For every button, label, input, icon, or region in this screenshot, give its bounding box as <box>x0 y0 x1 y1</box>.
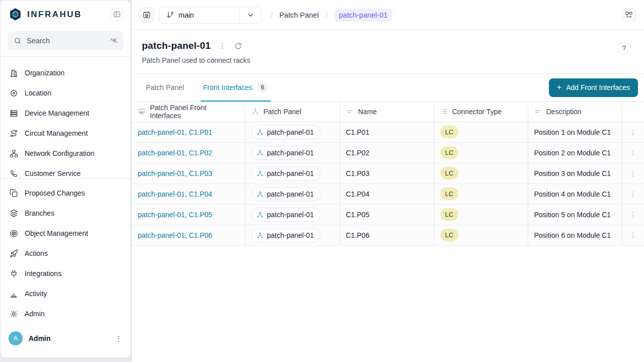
sidebar-item-network-configuration[interactable]: Network Configuration <box>5 143 126 163</box>
column-header-connector-type[interactable]: Connector Type <box>434 102 528 122</box>
row-actions-cell <box>622 122 644 142</box>
branch-selector[interactable]: main <box>159 7 262 24</box>
interface-link[interactable]: patch-panel-01, C1.P05 <box>138 211 212 219</box>
patch-panel-pill[interactable]: patch-panel-01 <box>252 187 320 201</box>
gear-icon <box>10 310 18 318</box>
sidebar-item-activity[interactable]: Activity <box>5 284 126 304</box>
sidebar-item-device-management[interactable]: Device Management <box>5 103 126 123</box>
relation-icon <box>257 211 264 218</box>
relation-icon <box>252 108 259 115</box>
sidebar-item-label: Device Management <box>25 109 89 117</box>
sidebar-item-location[interactable]: Location <box>5 83 126 103</box>
relation-icon <box>257 149 264 156</box>
column-header-description[interactable]: Description <box>528 102 622 122</box>
row-actions-button[interactable] <box>629 128 636 136</box>
connector-type-cell: LC <box>434 122 528 142</box>
row-actions-button[interactable] <box>629 231 636 239</box>
user-menu[interactable]: A Admin ⋮ <box>1 326 130 357</box>
search-input[interactable]: Search ^K <box>8 31 123 50</box>
row-actions-cell <box>622 225 644 245</box>
list-icon <box>440 108 448 115</box>
breadcrumb-separator: / <box>271 11 273 19</box>
patch-panel-pill-label: patch-panel-01 <box>267 149 314 157</box>
title-kebab-button[interactable]: ⋮ <box>219 42 226 49</box>
interface-link[interactable]: patch-panel-01, C1.P04 <box>138 190 212 198</box>
tab-front-interfaces[interactable]: Front Interfaces 6 <box>203 74 269 101</box>
sidebar-item-admin[interactable]: Admin <box>5 304 126 324</box>
branch-name: main <box>179 11 194 19</box>
column-header-patch-panel[interactable]: Patch Panel <box>245 102 340 122</box>
relation-icon <box>257 191 264 198</box>
refresh-button[interactable] <box>234 42 243 50</box>
sidebar-item-circuit-management[interactable]: Circuit Management <box>5 123 126 143</box>
building-icon <box>10 69 18 77</box>
patch-panel-pill-label: patch-panel-01 <box>267 190 314 198</box>
phone-icon <box>10 169 18 178</box>
patch-panel-pill[interactable]: patch-panel-01 <box>252 146 320 160</box>
breadcrumb-current[interactable]: patch-panel-01 <box>334 9 393 22</box>
add-front-interfaces-button[interactable]: + Add Front Interfaces <box>549 78 638 97</box>
interface-cell: patch-panel-01, C1.P05 <box>132 204 245 225</box>
column-header-name[interactable]: Name <box>340 102 434 122</box>
sidebar-item-object-management[interactable]: Object Management <box>5 223 126 243</box>
sidebar-item-label: Activity <box>25 290 47 298</box>
search-shortcut: ^K <box>110 37 117 44</box>
column-header-front-interfaces[interactable]: Patch Panel Front Interfaces <box>132 102 245 122</box>
connector-type-badge: LC <box>440 126 459 138</box>
interface-link[interactable]: patch-panel-01, C1.P06 <box>138 231 212 239</box>
branch-caret[interactable] <box>239 7 261 23</box>
name-cell: C1.P04 <box>340 184 434 204</box>
sidebar-item-actions[interactable]: Actions <box>5 243 126 263</box>
avatar: A <box>9 331 23 345</box>
row-actions-button[interactable] <box>629 149 636 157</box>
plug-icon <box>10 269 18 278</box>
table-row: patch-panel-01, C1.P03 patch-panel-01 C1… <box>132 163 644 184</box>
interface-link[interactable]: patch-panel-01, C1.P02 <box>138 149 212 157</box>
description-cell: Position 6 on Module C1 <box>528 225 622 245</box>
interface-link[interactable]: patch-panel-01, C1.P01 <box>138 128 212 136</box>
branch-selector-value: main <box>159 7 239 23</box>
sidebar-item-label: Object Management <box>25 229 88 237</box>
sidebar-item-label: Circuit Management <box>25 129 88 137</box>
user-kebab-button[interactable]: ⋮ <box>115 335 122 342</box>
sidebar-item-label: Network Configuration <box>25 149 95 157</box>
schema-button[interactable] <box>622 8 636 22</box>
sidebar-item-branches[interactable]: Branches <box>5 203 126 223</box>
sidebar-item-label: Actions <box>25 249 48 257</box>
patch-panel-pill-label: patch-panel-01 <box>267 211 314 219</box>
patch-panel-pill[interactable]: patch-panel-01 <box>252 125 320 139</box>
main-area: main / Patch Panel / patch-panel-01 <box>131 0 644 362</box>
sidebar-item-organization[interactable]: Organization <box>5 63 126 83</box>
description-cell: Position 2 on Module C1 <box>528 142 622 163</box>
interface-link[interactable]: patch-panel-01, C1.P03 <box>138 169 212 177</box>
plus-icon: + <box>557 83 561 92</box>
row-actions-button[interactable] <box>629 190 636 198</box>
table-row: patch-panel-01, C1.P06 patch-panel-01 C1… <box>132 225 644 245</box>
patch-panel-cell: patch-panel-01 <box>245 122 340 142</box>
connector-type-cell: LC <box>434 163 528 184</box>
time-travel-button[interactable] <box>139 8 154 23</box>
row-actions-button[interactable] <box>629 169 636 177</box>
row-actions-button[interactable] <box>629 211 636 219</box>
tab-patch-panel[interactable]: Patch Panel <box>146 74 184 101</box>
sidebar-collapse-button[interactable] <box>110 8 123 21</box>
connector-type-badge: LC <box>440 167 459 179</box>
patch-panel-pill[interactable]: patch-panel-01 <box>252 208 320 222</box>
git-branch-icon <box>167 11 174 19</box>
help-button[interactable]: ? <box>617 41 631 55</box>
connector-type-badge: LC <box>440 146 459 159</box>
patch-panel-pill[interactable]: patch-panel-01 <box>252 166 320 180</box>
table-row: patch-panel-01, C1.P04 patch-panel-01 C1… <box>132 184 644 204</box>
sidebar-item-proposed-changes[interactable]: Proposed Changes <box>5 183 126 203</box>
page-subtitle: Patch Panel used to connect racks <box>142 56 634 64</box>
row-actions-cell <box>622 142 644 163</box>
sidebar-item-label: Customer Service <box>25 169 80 177</box>
breadcrumb-section[interactable]: Patch Panel <box>279 11 318 19</box>
sidebar-item-integrations[interactable]: Integrations <box>5 263 126 284</box>
sidebar-item-label: Organization <box>25 69 64 77</box>
table-row: patch-panel-01, C1.P05 patch-panel-01 C1… <box>132 204 644 225</box>
sidebar-item-customer-service[interactable]: Customer Service <box>5 163 126 179</box>
table-row: patch-panel-01, C1.P01 patch-panel-01 C1… <box>132 122 644 142</box>
patch-panel-pill[interactable]: patch-panel-01 <box>252 228 320 242</box>
table-body: patch-panel-01, C1.P01 patch-panel-01 C1… <box>132 122 644 245</box>
